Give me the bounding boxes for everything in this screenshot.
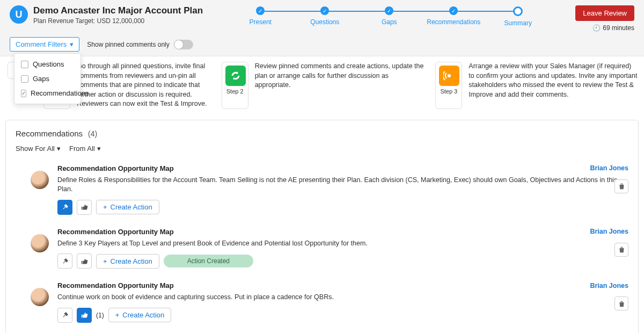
recommendation-text: Define Roles & Responsibilities for the … [57,176,628,194]
step-questions[interactable]: ✓Questions [292,6,357,27]
pin-icon [62,312,69,318]
recommendation-author[interactable]: Brian Jones [590,164,628,172]
svg-point-2 [448,75,450,77]
thumbs-up-icon [81,258,88,265]
show-for-filter[interactable]: Show For All ▾ [16,144,61,153]
next-step-3: Step 3 Arrange a review with your Sales … [435,62,639,109]
recommendation-author[interactable]: Brian Jones [590,228,628,235]
plus-icon: + [103,257,107,265]
caret-down-icon: ▾ [57,144,61,153]
pin-icon [62,204,69,211]
caret-down-icon: ▾ [70,40,74,48]
recommendation-title: Recommendation Opportunity Map [57,228,174,236]
recommendation-item: Recommendation Opportunity MapBrian Jone… [16,276,628,330]
broadcast-icon [439,66,459,86]
plus-icon: + [115,311,120,319]
delete-button[interactable] [614,243,628,257]
trash-icon [618,300,625,307]
checkbox-icon [21,61,28,68]
like-button[interactable] [77,200,92,215]
recommendation-author[interactable]: Brian Jones [590,282,628,289]
pin-button[interactable] [57,200,72,215]
recommendation-title: Recommendation Opportunity Map [57,281,174,289]
caret-down-icon: ▾ [97,144,101,153]
create-action-button[interactable]: +Create Action [96,254,159,269]
create-action-button[interactable]: +Create Action [108,308,172,322]
avatar [31,234,49,252]
trash-icon [618,183,625,190]
plus-icon: + [103,203,107,211]
from-filter[interactable]: From All ▾ [69,144,101,153]
filter-option-recommendations[interactable]: Recommendations [14,86,80,100]
checkbox-checked-icon [21,90,26,97]
refresh-icon [225,66,246,86]
pin-button[interactable] [57,254,72,269]
avatar [31,171,49,189]
create-action-button[interactable]: +Create Action [96,200,159,214]
page-subtitle: Plan Revenue Target: USD 12,000,000 [33,17,203,25]
step-summary[interactable]: Summary [486,6,550,27]
step-recommendations[interactable]: ✓Recommendations [421,6,486,27]
filter-option-questions[interactable]: Questions [14,57,80,71]
recommendation-item: Recommendation Opportunity MapBrian Jone… [16,330,628,334]
next-step-2: Step 2 Review pinned comments and create… [222,62,425,109]
avatar [31,288,49,306]
recommendation-item: Recommendation Opportunity MapBrian Jone… [16,222,628,277]
page-title: Demo Ancaster Inc Major Account Plan [33,5,203,16]
comment-filters-button[interactable]: Comment Filters ▾ [10,37,79,52]
thumbs-up-icon [81,204,88,211]
like-button[interactable] [77,308,92,323]
recommendation-text: Continue work on book of evidence and ca… [57,293,628,302]
step-present[interactable]: ✓Present [228,6,292,27]
recommendation-title: Recommendation Opportunity Map [57,164,174,172]
panel-title: Recommendations [16,129,83,138]
leave-review-button[interactable]: Leave Review [575,5,634,21]
recommendation-item: Recommendation Opportunity MapBrian Jone… [16,159,628,222]
delete-button[interactable] [614,296,628,310]
checkbox-icon [21,75,28,83]
comment-filters-dropdown: Questions Gaps Recommendations [14,53,81,104]
panel-count: (4) [88,129,97,138]
like-button[interactable] [77,254,92,269]
pin-icon [62,258,69,265]
like-count: (1) [96,312,104,319]
timer-label: 🕘 69 minutes [592,24,634,32]
delete-button[interactable] [614,179,628,193]
recommendation-text: Define 3 Key Players at Top Level and pr… [57,239,628,249]
next-steps-row: ⌄ Nex Step 1 Go through all pinned quest… [5,62,639,109]
pinned-only-label: Show pinned comments only [87,41,169,48]
app-header: U Demo Ancaster Inc Major Account Plan P… [0,0,644,56]
step-gaps[interactable]: ✓Gaps [357,6,421,27]
recommendations-panel: Recommendations (4) Show For All ▾ From … [5,120,639,334]
trash-icon [618,246,625,253]
progress-stepper: ✓Present ✓Questions ✓Gaps ✓Recommendatio… [203,6,575,27]
app-logo: U [10,5,28,24]
thumbs-up-icon [81,312,88,318]
filter-option-gaps[interactable]: Gaps [14,71,80,86]
action-created-badge: Action Created [164,255,253,267]
clock-icon: 🕘 [592,24,601,32]
pinned-only-toggle[interactable] [174,40,193,49]
pin-button[interactable] [57,308,72,323]
